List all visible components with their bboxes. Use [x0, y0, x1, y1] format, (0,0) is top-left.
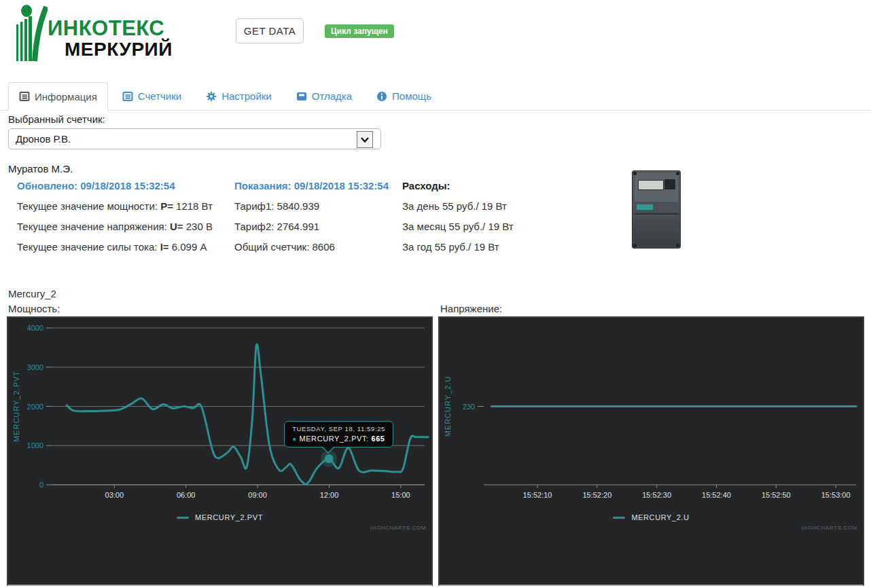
svg-text:3000: 3000 — [27, 363, 43, 371]
highcharts-credit[interactable]: Highcharts.com — [370, 525, 426, 531]
cost-month-row: За месяц 55 руб./ 19 Вт — [402, 217, 514, 237]
meter-photo — [632, 170, 681, 249]
owner-name: Муратов М.Э. — [8, 163, 73, 174]
voltage-chart-svg: 23015:52:1015:52:2015:52:3015:52:4015:52… — [440, 318, 863, 502]
inbox-icon — [296, 91, 307, 102]
svg-text:MERCURY_2.PVT: MERCURY_2.PVT — [12, 371, 20, 442]
tab-bar: Информация Счетчики На — [0, 82, 871, 111]
legend-item-mercury2-u[interactable]: Mercury_2.U — [440, 513, 863, 521]
chart-tooltip: Tuesday, Sep 18, 11:59:25 ● Mercury_2.PV… — [284, 421, 393, 447]
current-power-row: Текущее значение мощности: P= 1218 Вт — [17, 196, 213, 217]
highcharts-credit[interactable]: Highcharts.com — [802, 525, 857, 531]
list-alt-icon — [122, 91, 133, 102]
costs-header: Расходы: — [402, 176, 514, 196]
cost-day-row: За день 55 руб./ 19 Вт — [402, 196, 514, 217]
svg-text:1000: 1000 — [27, 441, 43, 449]
cycle-status-badge: Цикл запущен — [325, 24, 394, 38]
svg-text:2000: 2000 — [27, 403, 43, 411]
voltage-chart-container[interactable]: 23015:52:1015:52:2015:52:3015:52:4015:52… — [438, 316, 864, 586]
tab-label: Настройки — [221, 90, 272, 102]
logo-title: ИНКОТЕКС — [48, 16, 164, 41]
legend-label: Mercury_2.PVT — [195, 513, 263, 521]
svg-text:15:52:20: 15:52:20 — [582, 491, 611, 499]
tab-label: Помощь — [392, 90, 431, 102]
readings-column: Показания: 09/18/2018 15:32:54 Тариф1: 5… — [234, 176, 389, 257]
current-values-column: Обновлено: 09/18/2018 15:32:54 Текущее з… — [17, 176, 213, 257]
updated-header: Обновлено: 09/18/2018 15:32:54 — [17, 176, 213, 196]
readings-header: Показания: 09/18/2018 15:32:54 — [234, 176, 389, 196]
current-amperage-row: Текущее значение силы тока: I= 6.099 А — [17, 237, 213, 257]
power-chart-label: Мощность: — [8, 303, 60, 314]
series-bullet-icon: ● — [292, 435, 297, 443]
get-data-button[interactable]: GET DATA — [236, 18, 304, 43]
svg-text:03:00: 03:00 — [105, 491, 124, 499]
svg-text:15:53:00: 15:53:00 — [821, 491, 851, 499]
total-counter-row: Общий счетчик: 8606 — [234, 237, 389, 257]
list-alt-icon — [19, 91, 30, 102]
svg-text:15:52:40: 15:52:40 — [702, 491, 731, 499]
tab-meters[interactable]: Счетчики — [112, 82, 192, 110]
meter-select-value: Дронов Р.В. — [9, 129, 380, 149]
page: ИНКОТЕКС МЕРКУРИЙ GET DATA Цикл запущен … — [0, 0, 871, 588]
svg-text:09:00: 09:00 — [248, 491, 267, 499]
legend-item-mercury2-pvt[interactable]: Mercury_2.PVT — [8, 513, 431, 521]
svg-text:15:52:30: 15:52:30 — [642, 491, 671, 499]
svg-text:MERCURY_2.U: MERCURY_2.U — [444, 376, 452, 437]
meter-select[interactable]: Дронов Р.В. — [8, 128, 381, 149]
meter-select-label: Выбранный счетчик: — [8, 113, 105, 125]
svg-text:230: 230 — [463, 403, 475, 411]
voltage-chart-label: Напряжение: — [440, 303, 502, 314]
svg-text:15:52:10: 15:52:10 — [523, 491, 552, 499]
tariff2-row: Тариф2: 2764.991 — [234, 217, 389, 237]
power-chart-container[interactable]: 0100020003000400003:0006:0009:0012:0015:… — [7, 316, 433, 586]
gear-icon — [206, 91, 217, 102]
tab-label: Отладка — [312, 90, 352, 102]
info-icon — [376, 91, 387, 102]
tooltip-date: Tuesday, Sep 18, 11:59:25 — [292, 425, 385, 433]
current-voltage-row: Текущее значение напряжения: U= 230 В — [17, 217, 213, 237]
power-chart-svg: 0100020003000400003:0006:0009:0012:0015:… — [8, 318, 431, 502]
incotex-logo-icon — [15, 4, 48, 62]
tab-settings[interactable]: Настройки — [196, 82, 282, 110]
svg-text:4000: 4000 — [27, 324, 43, 332]
tooltip-value-row: ● Mercury_2.PVT: 665 — [292, 435, 385, 443]
svg-text:15:52:50: 15:52:50 — [762, 491, 791, 499]
tab-information[interactable]: Информация — [8, 82, 108, 111]
svg-text:06:00: 06:00 — [177, 491, 196, 499]
series-line-swatch — [177, 517, 189, 519]
tab-label: Информация — [35, 91, 97, 103]
tab-debug[interactable]: Отладка — [286, 82, 362, 110]
costs-column: Расходы: За день 55 руб./ 19 Вт За месяц… — [402, 176, 514, 257]
tariff1-row: Тариф1: 5840.939 — [234, 196, 389, 217]
tab-help[interactable]: Помощь — [366, 82, 442, 110]
svg-text:12:00: 12:00 — [320, 491, 339, 499]
legend-label: Mercury_2.U — [631, 513, 689, 521]
tab-label: Счетчики — [138, 90, 181, 102]
chart-meter-name: Mercury_2 — [8, 288, 56, 299]
series-line-swatch — [613, 517, 625, 519]
svg-text:15:00: 15:00 — [391, 491, 410, 499]
cost-year-row: За год 55 руб./ 19 Вт — [402, 237, 514, 257]
logo-subtitle: МЕРКУРИЙ — [65, 39, 173, 60]
svg-text:0: 0 — [39, 481, 43, 489]
chevron-down-icon — [357, 131, 373, 148]
